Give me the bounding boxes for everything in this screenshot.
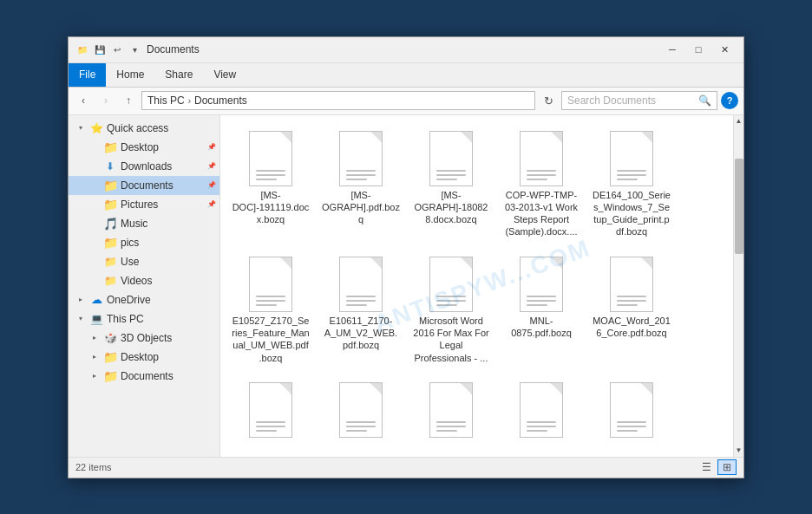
file-item-8[interactable]: Microsoft Word 2016 For Max For Legal Pr… — [408, 248, 494, 370]
view-controls: ☰ ⊞ — [697, 459, 737, 475]
scroll-thumb[interactable] — [735, 159, 743, 254]
quick-access-icon: ⭐ — [89, 121, 103, 135]
file-item-7[interactable]: E10611_Z170-A_UM_V2_WEB.pdf.bozq — [318, 248, 404, 370]
sidebar-item-downloads[interactable]: ⬇ Downloads 📌 — [69, 157, 219, 176]
videos-icon: 📁 — [103, 274, 117, 288]
expand-desktop — [89, 142, 100, 153]
sidebar-item-pc-documents[interactable]: ▸ 📁 Documents — [69, 367, 219, 386]
expand-3d[interactable]: ▸ — [89, 333, 100, 343]
expand-onedrive[interactable]: ▸ — [75, 295, 86, 305]
expand-pc-desktop[interactable]: ▸ — [89, 352, 100, 362]
sidebar-item-pics[interactable]: 📁 pics — [69, 233, 219, 252]
item-count: 22 items — [75, 462, 112, 472]
file-name-2: [MS-OGRAPH].pdf.bozq — [322, 189, 400, 226]
search-icon: 🔍 — [698, 94, 711, 107]
refresh-button[interactable]: ↻ — [539, 91, 558, 110]
path-documents[interactable]: Documents — [194, 94, 247, 107]
search-box[interactable]: Search Documents 🔍 — [561, 91, 717, 110]
sidebar-item-pictures[interactable]: 📁 Pictures 📌 — [69, 195, 219, 214]
expand-quick-access[interactable]: ▾ — [75, 123, 86, 133]
sidebar-item-3d[interactable]: ▸ 🎲 3D Objects — [69, 329, 219, 348]
sidebar-item-desktop[interactable]: 📁 Desktop 📌 — [69, 138, 219, 157]
tab-file[interactable]: File — [69, 63, 106, 87]
3d-icon: 🎲 — [103, 331, 117, 345]
file-item-13[interactable] — [408, 374, 494, 446]
sidebar: ▾ ⭐ Quick access 📁 Desktop 📌 ⬇ Downloads… — [69, 115, 220, 457]
sidebar-item-videos[interactable]: 📁 Videos — [69, 271, 219, 290]
ribbon-tabs: File Home Share View — [69, 63, 743, 88]
expand-documents — [89, 180, 100, 191]
3d-label: 3D Objects — [121, 332, 172, 344]
address-bar: ‹ › ↑ This PC › Documents ↻ Search Docum… — [69, 88, 743, 115]
file-icon-13 — [425, 380, 477, 440]
expand-use — [89, 257, 100, 267]
file-item-6[interactable]: E10527_Z170_Series_Feature_Manual_UM_WEB… — [227, 248, 314, 370]
file-item-5[interactable]: DE164_100_Series_Windows_7_Setup_Guide_p… — [588, 122, 675, 244]
file-item-10[interactable]: MOAC_Word_2016_Core.pdf.bozq — [588, 248, 675, 370]
maximize-button[interactable]: □ — [686, 40, 710, 59]
file-item-15[interactable] — [588, 374, 675, 446]
expand-pc-documents[interactable]: ▸ — [89, 371, 100, 381]
pc-desktop-label: Desktop — [121, 351, 159, 363]
sidebar-item-quick-access[interactable]: ▾ ⭐ Quick access — [69, 119, 219, 138]
music-label: Music — [121, 218, 147, 230]
downloads-label: Downloads — [121, 160, 172, 172]
file-icon-1 — [245, 128, 297, 189]
file-icon-6 — [245, 254, 297, 315]
file-item-2[interactable]: [MS-OGRAPH].pdf.bozq — [318, 122, 404, 244]
vertical-scrollbar[interactable]: ▲ ▼ — [733, 115, 743, 457]
back-button[interactable]: ‹ — [74, 91, 93, 110]
large-icons-view-button[interactable]: ⊞ — [717, 459, 737, 475]
videos-label: Videos — [121, 275, 152, 287]
pics-label: pics — [121, 237, 139, 249]
sidebar-item-this-pc[interactable]: ▾ 💻 This PC — [69, 309, 219, 329]
tab-view[interactable]: View — [203, 63, 246, 87]
sidebar-item-pc-desktop[interactable]: ▸ 📁 Desktop — [69, 348, 219, 367]
file-item-9[interactable]: MNL-0875.pdf.bozq — [498, 248, 585, 370]
window-title: Documents — [147, 43, 660, 55]
file-item-1[interactable]: [MS-DOC]-191119.docx.bozq — [227, 122, 314, 244]
main-area: ▾ ⭐ Quick access 📁 Desktop 📌 ⬇ Downloads… — [69, 115, 743, 457]
file-item-11[interactable] — [227, 374, 314, 446]
tab-share[interactable]: Share — [154, 63, 203, 87]
sidebar-item-music[interactable]: 🎵 Music — [69, 214, 219, 233]
expand-videos — [89, 276, 100, 286]
use-label: Use — [121, 256, 139, 268]
forward-button[interactable]: › — [96, 91, 115, 110]
path-this-pc[interactable]: This PC — [147, 94, 185, 107]
pictures-label: Pictures — [121, 198, 158, 211]
file-item-3[interactable]: [MS-OGRAPH]-180828.docx.bozq — [408, 122, 494, 244]
scroll-down-arrow[interactable]: ▼ — [734, 445, 744, 457]
onedrive-label: OneDrive — [107, 294, 151, 306]
window-controls: ─ □ ✕ — [660, 40, 737, 59]
file-name-10: MOAC_Word_2016_Core.pdf.bozq — [593, 315, 671, 340]
file-item-12[interactable] — [318, 374, 404, 446]
quick-access-dropdown[interactable]: ▾ — [128, 42, 141, 56]
quick-access-toolbar-save[interactable]: 💾 — [93, 42, 107, 56]
minimize-button[interactable]: ─ — [660, 40, 684, 59]
scroll-up-arrow[interactable]: ▲ — [734, 115, 744, 127]
help-button[interactable]: ? — [721, 92, 738, 109]
file-item-4[interactable]: COP-WFP-TMP-03-2013-v1 Work Steps Report… — [498, 122, 585, 244]
scroll-track[interactable] — [735, 127, 743, 445]
file-icon-5 — [606, 128, 658, 189]
close-button[interactable]: ✕ — [712, 40, 737, 59]
tab-home[interactable]: Home — [106, 63, 154, 87]
pin-icon: 📌 — [207, 143, 216, 151]
address-path[interactable]: This PC › Documents — [141, 91, 535, 110]
sidebar-item-use[interactable]: 📁 Use — [69, 252, 219, 271]
sidebar-item-onedrive[interactable]: ▸ ☁ OneDrive — [69, 290, 219, 309]
details-view-button[interactable]: ☰ — [697, 459, 716, 475]
expand-this-pc[interactable]: ▾ — [75, 314, 86, 324]
sidebar-item-documents[interactable]: 📁 Documents 📌 — [69, 176, 219, 195]
pc-documents-label: Documents — [121, 370, 174, 382]
file-item-14[interactable] — [498, 374, 585, 446]
expand-pictures — [89, 199, 100, 210]
downloads-icon: ⬇ — [103, 159, 117, 173]
up-button[interactable]: ↑ — [119, 91, 138, 110]
quick-access-toolbar-undo[interactable]: ↩ — [110, 42, 124, 56]
pin-icon-documents: 📌 — [207, 181, 216, 189]
file-icon-9 — [515, 254, 567, 315]
ribbon: File Home Share View — [69, 63, 743, 88]
pics-icon: 📁 — [103, 236, 117, 250]
